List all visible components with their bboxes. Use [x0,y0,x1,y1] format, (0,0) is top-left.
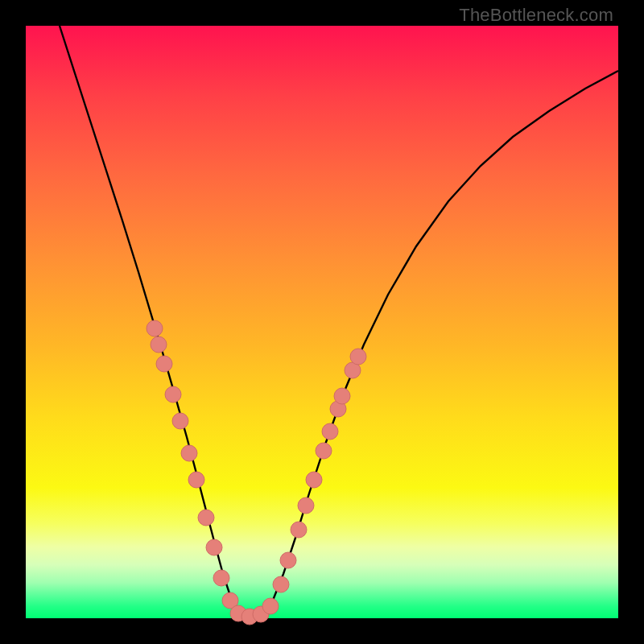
curve-markers [147,320,366,625]
curve-marker [206,539,222,555]
curve-marker [198,510,214,526]
plot-area [26,26,618,618]
curve-marker [213,570,229,586]
curve-marker [291,522,307,538]
curve-layer [26,26,618,618]
chart-frame: TheBottleneck.com [0,0,644,644]
curve-marker [273,576,289,592]
curve-marker [316,443,332,459]
curve-marker [322,423,338,440]
curve-marker [181,445,197,461]
watermark-text: TheBottleneck.com [459,5,613,26]
curve-marker [280,552,296,568]
bottleneck-curve [60,26,618,617]
curve-marker [147,320,163,336]
curve-marker [298,497,314,514]
curve-marker [172,413,188,429]
curve-marker [156,356,172,372]
curve-marker [151,336,167,353]
curve-marker [350,349,366,365]
curve-marker [165,386,181,402]
curve-marker [188,472,204,488]
curve-marker [262,598,279,614]
curve-marker [334,388,350,404]
curve-marker [306,472,322,488]
